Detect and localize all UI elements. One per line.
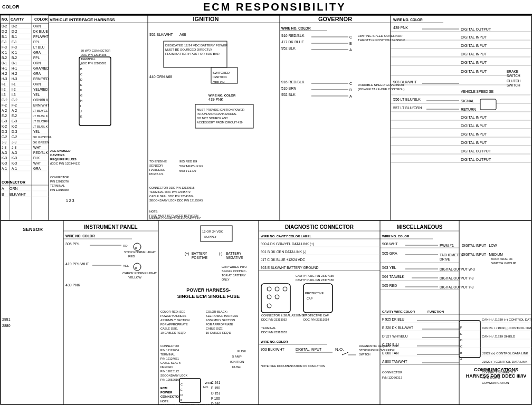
svg-text:CAVITY  WIRE  COLOR: CAVITY WIRE COLOR bbox=[382, 310, 415, 313]
svg-text:GRA/RED: GRA/RED bbox=[33, 66, 49, 70]
svg-text:INTO ECM'S: INTO ECM'S bbox=[482, 376, 500, 379]
svg-text:A68: A68 bbox=[179, 33, 186, 36]
svg-text:563   YEL: 563 YEL bbox=[382, 266, 396, 269]
svg-text:RETURN: RETURN bbox=[461, 108, 476, 111]
svg-text:PPL: PPL bbox=[33, 56, 40, 60]
svg-text:DIGITAL OUTPUT: DIGITAL OUTPUT bbox=[461, 158, 491, 161]
svg-text:POWER HARNESS-: POWER HARNESS- bbox=[186, 287, 231, 293]
svg-text:SWITCHED: SWITCHED bbox=[213, 71, 230, 74]
svg-text:C: C bbox=[349, 82, 352, 85]
svg-text:YELLOW: YELLOW bbox=[128, 276, 141, 279]
svg-text:H-1: H-1 bbox=[12, 66, 17, 70]
svg-text:NEGATIVE: NEGATIVE bbox=[226, 256, 243, 259]
svg-text:IN RUN AND CRANK MODES.: IN RUN AND CRANK MODES. bbox=[197, 112, 237, 115]
svg-text:556   LT BLU/BLK: 556 LT BLU/BLK bbox=[393, 98, 421, 101]
svg-text:ORN: ORN bbox=[10, 187, 18, 190]
svg-text:DIGITAL INPUT: DIGITAL INPUT bbox=[461, 132, 487, 136]
svg-text:GRA: GRA bbox=[33, 72, 41, 75]
svg-text:F  100: F 100 bbox=[211, 397, 220, 400]
svg-text:SENSOR: SENSOR bbox=[23, 227, 43, 232]
svg-text:901     B    DK GRN       DATA: 901 B DK GRN DATA LINK (-) bbox=[261, 250, 306, 254]
svg-text:563  YEL  E9: 563 YEL E9 bbox=[179, 169, 196, 172]
svg-text:⊗: ⊗ bbox=[135, 266, 137, 269]
svg-text:CABLE SEAL DDC P/N 12040624: CABLE SEAL DDC P/N 12040624 bbox=[149, 195, 194, 198]
svg-text:2881: 2881 bbox=[2, 317, 11, 321]
svg-text:WIRE NO.  COLOR: WIRE NO. COLOR bbox=[208, 94, 236, 97]
svg-text:DIGITAL INPUT: DIGITAL INPUT bbox=[461, 52, 487, 56]
svg-text:COLOR-BLACK:: COLOR-BLACK: bbox=[206, 310, 227, 313]
svg-text:1  2  3: 1 2 3 bbox=[66, 199, 74, 202]
svg-text:A-3: A-3 bbox=[2, 151, 7, 155]
svg-text:E: E bbox=[180, 388, 183, 391]
svg-text:F-3: F-3 bbox=[2, 45, 7, 49]
svg-text:2880: 2880 bbox=[2, 324, 11, 327]
svg-text:D  151: D 151 bbox=[211, 391, 221, 395]
svg-text:E: E bbox=[460, 332, 462, 335]
svg-text:CAVITY: CAVITY bbox=[11, 17, 24, 21]
svg-text:CONNECTOR: CONNECTOR bbox=[50, 176, 69, 179]
svg-text:FROM BATTERY POST OR BUS BAR: FROM BATTERY POST OR BUS BAR bbox=[165, 52, 220, 55]
svg-text:SINGLE CONNEC-: SINGLE CONNEC- bbox=[222, 269, 247, 273]
svg-text:D-2: D-2 bbox=[12, 24, 17, 28]
svg-text:DDC P/N 23313053: DDC P/N 23313053 bbox=[261, 331, 287, 334]
svg-text:A: A bbox=[2, 187, 4, 190]
svg-text:D: D bbox=[80, 78, 82, 81]
svg-text:DEDICATED 12/24 VDC BATTERY PO: DEDICATED 12/24 VDC BATTERY POWER bbox=[165, 44, 228, 47]
svg-text:LIMITING SPEED GOVERNOR: LIMITING SPEED GOVERNOR bbox=[358, 34, 403, 37]
schematic-diagram: NO. CAVITY COLOR D-2D-2ORN D-2D-2DK BLUE… bbox=[0, 15, 532, 405]
svg-text:B   800  TAN: B 800 TAN bbox=[382, 351, 398, 355]
svg-text:LT BL/ORN: LT BL/ORN bbox=[33, 120, 49, 123]
svg-text:D-1: D-1 bbox=[12, 61, 17, 65]
svg-text:CONNECTOR: CONNECTOR bbox=[382, 371, 403, 374]
svg-text:J1922 (+) CONTROL DATA LINK: J1922 (+) CONTROL DATA LINK bbox=[482, 352, 528, 355]
svg-text:G-2: G-2 bbox=[12, 98, 17, 102]
svg-text:F-3: F-3 bbox=[12, 45, 17, 49]
svg-text:953     E    BLK/WHT      BATT: 953 E BLK/WHT BATTERY GROUND bbox=[261, 266, 319, 269]
svg-text:BRAKE: BRAKE bbox=[507, 70, 519, 73]
svg-text:CAVITY PLUG P/N 23307136: CAVITY PLUG P/N 23307136 bbox=[296, 278, 334, 282]
svg-text:DIGITAL INPUT: DIGITAL INPUT bbox=[461, 44, 487, 47]
svg-text:PPL/WHT: PPL/WHT bbox=[33, 35, 49, 38]
svg-text:ASSEMBLY SECTION: ASSEMBLY SECTION bbox=[160, 319, 189, 322]
svg-text:ORN: ORN bbox=[33, 82, 41, 86]
svg-text:C: C bbox=[349, 35, 352, 39]
svg-text:A: A bbox=[460, 358, 462, 361]
svg-text:ACCESSORY FROM CIRCUIT 439: ACCESSORY FROM CIRCUIT 439 bbox=[197, 121, 243, 124]
svg-text:10 CABLES REQ'D: 10 CABLES REQ'D bbox=[160, 331, 186, 334]
svg-text:MISCELLANEOUS: MISCELLANEOUS bbox=[397, 224, 443, 230]
svg-text:WIRE NO.    COLOR: WIRE NO. COLOR bbox=[281, 26, 311, 30]
svg-text:H: H bbox=[80, 99, 82, 102]
main-container: COLOR ECM RESPONSIBILITY NO. CAVITY COLO… bbox=[0, 0, 532, 405]
svg-text:P/N 12124631: P/N 12124631 bbox=[160, 357, 179, 360]
svg-text:E-2: E-2 bbox=[2, 114, 7, 118]
svg-text:FOR APPROPRIATE: FOR APPROPRIATE bbox=[206, 323, 233, 326]
svg-text:440  ORN  A68: 440 ORN A68 bbox=[149, 75, 172, 79]
svg-text:DIGITAL INPUT: DIGITAL INPUT bbox=[461, 141, 487, 144]
svg-text:H-3: H-3 bbox=[12, 77, 17, 81]
svg-text:BATTERY: BATTERY bbox=[226, 252, 242, 255]
svg-text:916   RED/BLK: 916 RED/BLK bbox=[281, 34, 305, 37]
svg-rect-331 bbox=[179, 379, 201, 402]
svg-text:FOR APPROPRIATE: FOR APPROPRIATE bbox=[160, 323, 188, 326]
svg-text:K: K bbox=[80, 115, 82, 118]
svg-text:H-3: H-3 bbox=[2, 77, 7, 81]
svg-text:SUPPLY: SUPPLY bbox=[204, 235, 216, 238]
svg-text:DIGITAL INPUT: DIGITAL INPUT bbox=[461, 115, 487, 119]
svg-text:G: G bbox=[80, 94, 82, 97]
svg-text:A   800  TAN/WHT: A 800 TAN/WHT bbox=[382, 360, 407, 363]
svg-text:J17     C    DK BLUE      +12/: J17 C DK BLUE +12/24 VDC bbox=[261, 258, 305, 262]
svg-text:ASSEMBLY SECTION: ASSEMBLY SECTION bbox=[206, 319, 235, 322]
svg-text:439   PNK: 439 PNK bbox=[393, 26, 408, 30]
svg-text:BLK: BLK bbox=[33, 156, 40, 160]
svg-text:I-2: I-2 bbox=[12, 88, 16, 91]
svg-text:BLK/WHT: BLK/WHT bbox=[10, 192, 26, 196]
svg-text:NOTE: SEE DOCUMENTATION ON OPE: NOTE: SEE DOCUMENTATION ON OPERATION bbox=[261, 364, 325, 368]
svg-text:CLUTCH: CLUTCH bbox=[507, 79, 521, 83]
svg-text:305    PPL: 305 PPL bbox=[65, 242, 80, 246]
svg-text:510   BRN: 510 BRN bbox=[281, 86, 296, 90]
svg-text:LT BL/BLK: LT BL/BLK bbox=[33, 114, 48, 118]
svg-text:B-1: B-1 bbox=[2, 35, 7, 38]
svg-text:FUSE: FUSE bbox=[238, 350, 246, 353]
svg-text:NEEDED: NEEDED bbox=[160, 365, 173, 369]
svg-text:916   RED/BLK: 916 RED/BLK bbox=[281, 80, 305, 84]
